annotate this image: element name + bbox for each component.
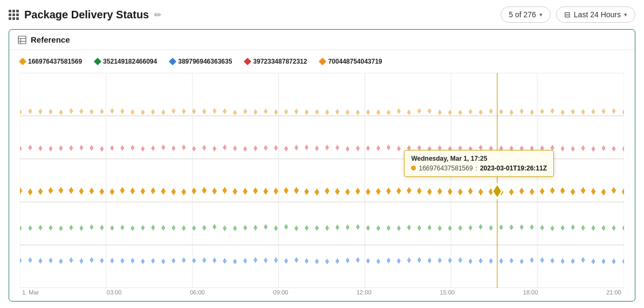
data-point xyxy=(305,145,309,150)
data-point xyxy=(141,225,145,231)
data-point xyxy=(131,109,134,115)
data-point xyxy=(264,145,268,151)
data-point xyxy=(530,146,534,152)
data-point xyxy=(90,109,93,115)
data-point xyxy=(315,225,319,231)
data-point xyxy=(591,109,595,115)
time-filter-button[interactable]: ⊟ Last 24 Hours ▾ xyxy=(556,6,635,23)
data-point xyxy=(305,109,309,115)
page-title: Package Delivery Status xyxy=(24,9,149,21)
data-point xyxy=(428,146,431,152)
data-point xyxy=(519,188,524,195)
data-point xyxy=(120,187,125,194)
data-point xyxy=(428,258,431,264)
data-point xyxy=(59,187,64,194)
data-point xyxy=(510,224,513,230)
data-point xyxy=(325,109,329,115)
data-point xyxy=(489,108,493,114)
data-point xyxy=(28,257,32,263)
data-point xyxy=(274,109,278,115)
data-point xyxy=(222,187,227,194)
data-point xyxy=(376,109,380,115)
data-point xyxy=(141,146,145,152)
data-point xyxy=(233,225,237,231)
data-point xyxy=(181,188,186,195)
data-point xyxy=(243,258,247,264)
legend-diamond xyxy=(169,58,176,65)
data-point xyxy=(520,224,524,230)
data-point xyxy=(304,188,309,195)
data-point xyxy=(560,187,565,194)
data-point xyxy=(161,145,165,150)
data-point xyxy=(581,187,586,194)
legend-diamond xyxy=(94,58,101,65)
data-point xyxy=(264,108,268,114)
data-point xyxy=(540,225,544,231)
data-point xyxy=(540,108,544,114)
data-point xyxy=(551,145,554,150)
data-point xyxy=(172,258,175,264)
data-point xyxy=(100,258,104,264)
data-point xyxy=(356,146,360,152)
data-point xyxy=(171,188,176,195)
data-point xyxy=(243,108,247,114)
data-point xyxy=(469,258,472,264)
data-point xyxy=(366,225,370,231)
data-point xyxy=(49,225,52,231)
data-point xyxy=(356,257,360,263)
data-point xyxy=(59,109,63,115)
data-point xyxy=(561,146,565,152)
data-point xyxy=(213,108,216,114)
data-point xyxy=(417,145,421,151)
data-point xyxy=(223,258,227,264)
x-axis-label: 21:00 xyxy=(606,289,622,296)
x-axis-label: 12:00 xyxy=(356,289,372,296)
data-point xyxy=(110,258,114,264)
data-point xyxy=(38,108,42,114)
data-point xyxy=(28,145,32,150)
data-point xyxy=(530,109,534,115)
data-point xyxy=(110,145,114,151)
data-point xyxy=(387,109,390,115)
data-point xyxy=(581,145,585,151)
data-point xyxy=(612,187,616,194)
data-point xyxy=(561,258,565,264)
data-point xyxy=(59,145,63,151)
data-point xyxy=(499,109,503,115)
data-point xyxy=(284,109,288,115)
data-point xyxy=(172,225,175,231)
legend-item: 166976437581569 xyxy=(20,58,82,65)
pagination-button[interactable]: 5 of 276 ▾ xyxy=(501,6,551,23)
data-point xyxy=(448,109,452,115)
legend-item: 389796946363635 xyxy=(170,58,232,65)
data-point xyxy=(120,108,124,114)
data-point xyxy=(202,145,206,151)
data-point xyxy=(550,187,555,194)
data-point xyxy=(274,145,278,151)
data-point xyxy=(325,145,329,150)
card-title: Reference xyxy=(31,35,70,44)
legend-item: 397233487872312 xyxy=(245,58,307,65)
data-point xyxy=(284,224,288,230)
data-point xyxy=(325,187,330,194)
x-axis-label: 03:00 xyxy=(106,289,122,296)
data-point xyxy=(612,225,615,231)
page-wrapper: Package Delivery Status ✏ 5 of 276 ▾ ⊟ L… xyxy=(0,0,644,308)
data-point xyxy=(469,146,472,152)
data-point xyxy=(448,146,452,152)
data-point xyxy=(438,257,442,263)
data-point xyxy=(223,108,227,114)
x-axis: 1. Mar03:0006:0009:0012:0015:0018:0021:0… xyxy=(20,289,624,296)
data-point xyxy=(448,257,452,263)
data-point xyxy=(386,188,391,195)
data-point xyxy=(622,258,624,264)
data-point xyxy=(468,188,473,195)
edit-icon[interactable]: ✏ xyxy=(154,10,161,20)
data-point xyxy=(397,146,401,152)
data-point xyxy=(232,188,237,195)
data-point xyxy=(110,225,114,231)
data-point xyxy=(407,109,411,115)
legend-label: 389796946363635 xyxy=(178,58,232,65)
data-point xyxy=(622,146,624,152)
data-point xyxy=(335,224,339,230)
